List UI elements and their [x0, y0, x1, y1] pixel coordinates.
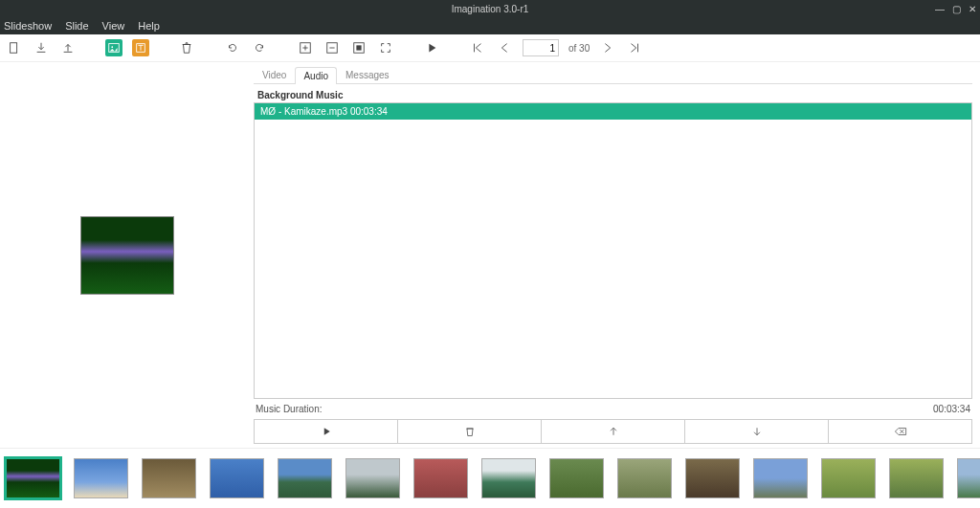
thumbnail-strip[interactable]	[0, 448, 980, 508]
new-icon[interactable]	[6, 39, 23, 56]
audio-delete-button[interactable]	[398, 420, 542, 443]
zoom-out-icon[interactable]	[323, 39, 341, 56]
slide-number-input[interactable]	[523, 39, 559, 56]
close-icon[interactable]: ✕	[969, 4, 976, 14]
thumb-5[interactable]	[278, 458, 332, 498]
side-tabs: Video Audio Messages	[254, 66, 972, 84]
zoom-fit-icon[interactable]	[350, 39, 368, 56]
go-first-icon[interactable]	[469, 39, 486, 56]
tab-audio[interactable]: Audio	[295, 67, 337, 84]
thumb-4[interactable]	[210, 458, 264, 498]
preview-image	[80, 216, 174, 295]
thumb-12[interactable]	[753, 458, 808, 498]
delete-icon[interactable]	[178, 39, 195, 56]
thumb-15[interactable]	[957, 458, 980, 498]
menu-view[interactable]: View	[102, 20, 125, 32]
export-icon[interactable]	[59, 39, 77, 56]
add-text-icon[interactable]	[132, 39, 149, 56]
track-row[interactable]: MØ - Kamikaze.mp3 00:03:34	[255, 103, 971, 120]
fullscreen-icon[interactable]	[377, 39, 394, 56]
go-prev-icon[interactable]	[496, 39, 513, 56]
play-icon[interactable]	[423, 39, 440, 56]
svg-rect-6	[356, 45, 361, 50]
maximize-icon[interactable]: ▢	[952, 4, 961, 14]
window-title: Imagination 3.0-r1	[452, 4, 529, 14]
rotate-ccw-icon[interactable]	[224, 39, 241, 56]
tab-messages[interactable]: Messages	[337, 66, 398, 83]
slide-total-label: of 30	[568, 43, 590, 54]
thumb-8[interactable]	[481, 458, 536, 498]
menu-slide[interactable]: Slide	[65, 20, 88, 32]
go-next-icon[interactable]	[599, 39, 616, 56]
titlebar: Imagination 3.0-r1 — ▢ ✕	[0, 0, 980, 17]
rotate-cw-icon[interactable]	[251, 39, 268, 56]
main-area: Video Audio Messages Background Music MØ…	[0, 62, 980, 448]
track-list[interactable]: MØ - Kamikaze.mp3 00:03:34	[254, 102, 972, 399]
audio-play-button[interactable]	[255, 420, 398, 443]
menu-slideshow[interactable]: Slideshow	[4, 20, 52, 32]
toolbar: of 30	[0, 34, 980, 62]
zoom-in-icon[interactable]	[297, 39, 314, 56]
thumb-11[interactable]	[685, 458, 740, 498]
audio-move-up-button[interactable]	[542, 420, 685, 443]
right-pane: Video Audio Messages Background Music MØ…	[254, 62, 980, 448]
music-duration-label: Music Duration:	[256, 404, 322, 414]
background-music-label: Background Music	[257, 90, 972, 100]
menubar: Slideshow Slide View Help	[0, 17, 980, 34]
thumb-1[interactable]	[6, 458, 60, 498]
menu-help[interactable]: Help	[138, 20, 160, 32]
thumb-9[interactable]	[549, 458, 604, 498]
thumb-14[interactable]	[889, 458, 944, 498]
add-picture-icon[interactable]	[105, 39, 122, 56]
svg-point-2	[111, 46, 113, 48]
thumb-2[interactable]	[74, 458, 128, 498]
audio-move-down-button[interactable]	[685, 420, 829, 443]
import-icon[interactable]	[33, 39, 50, 56]
audio-controls	[254, 419, 972, 444]
svg-rect-0	[11, 43, 17, 54]
music-duration-value: 00:03:34	[933, 404, 970, 414]
thumb-3[interactable]	[142, 458, 196, 498]
tab-video[interactable]: Video	[254, 66, 295, 83]
thumb-7[interactable]	[413, 458, 468, 498]
thumb-13[interactable]	[821, 458, 876, 498]
thumb-10[interactable]	[617, 458, 672, 498]
preview-pane	[0, 62, 254, 448]
thumb-6[interactable]	[345, 458, 400, 498]
audio-clear-button[interactable]	[829, 420, 971, 443]
go-last-icon[interactable]	[626, 39, 643, 56]
minimize-icon[interactable]: —	[935, 4, 945, 14]
